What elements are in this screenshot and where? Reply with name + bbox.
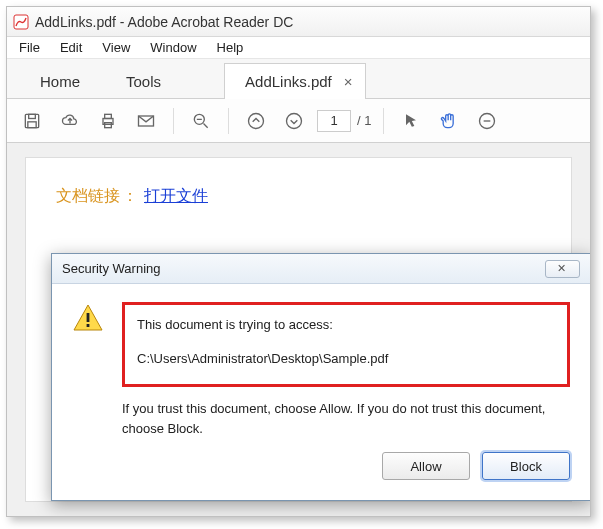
page-total: / 1 <box>357 113 371 128</box>
warning-icon <box>72 302 104 438</box>
dialog-close-button[interactable]: ✕ <box>545 260 580 278</box>
menu-view[interactable]: View <box>94 38 138 57</box>
svg-point-10 <box>287 113 302 128</box>
cloud-upload-icon[interactable] <box>55 106 85 136</box>
tab-home[interactable]: Home <box>17 62 103 99</box>
menu-window[interactable]: Window <box>142 38 204 57</box>
tab-close-icon[interactable]: × <box>344 73 353 90</box>
titlebar: AddLinks.pdf - Adobe Acrobat Reader DC <box>7 7 590 37</box>
block-button[interactable]: Block <box>482 452 570 480</box>
svg-rect-3 <box>28 121 36 127</box>
svg-rect-12 <box>87 313 90 322</box>
toolbar: / 1 <box>7 99 590 143</box>
dialog-titlebar: Security Warning ✕ <box>52 254 590 284</box>
app-icon <box>13 14 29 30</box>
access-message: This document is trying to access: <box>137 315 555 335</box>
save-icon[interactable] <box>17 106 47 136</box>
menu-help[interactable]: Help <box>209 38 252 57</box>
page-down-icon[interactable] <box>279 106 309 136</box>
dialog-title: Security Warning <box>62 261 161 276</box>
page-current-input[interactable] <box>317 110 351 132</box>
hand-icon[interactable] <box>434 106 464 136</box>
open-file-link[interactable]: 打开文件 <box>144 187 208 204</box>
tab-bar: Home Tools AddLinks.pdf × <box>7 59 590 99</box>
svg-rect-6 <box>105 122 112 127</box>
menu-file[interactable]: File <box>11 38 48 57</box>
zoom-icon[interactable] <box>186 106 216 136</box>
document-link-line: 文档链接：打开文件 <box>56 186 541 207</box>
page-indicator: / 1 <box>317 110 371 132</box>
target-path: C:\Users\Administrator\Desktop\Sample.pd… <box>137 349 555 369</box>
security-warning-dialog: Security Warning ✕ This document is tryi… <box>51 253 591 501</box>
tab-document-label: AddLinks.pdf <box>245 73 332 90</box>
svg-rect-13 <box>87 324 90 327</box>
tab-tools[interactable]: Tools <box>103 62 184 99</box>
svg-rect-5 <box>105 114 112 118</box>
close-icon: ✕ <box>557 262 568 275</box>
highlight-box: This document is trying to access: C:\Us… <box>122 302 570 387</box>
app-window: AddLinks.pdf - Adobe Acrobat Reader DC F… <box>6 6 591 517</box>
menubar: File Edit View Window Help <box>7 37 590 59</box>
pointer-icon[interactable] <box>396 106 426 136</box>
dialog-body: This document is trying to access: C:\Us… <box>52 284 590 452</box>
tab-document[interactable]: AddLinks.pdf × <box>224 63 366 99</box>
svg-point-9 <box>249 113 264 128</box>
window-title: AddLinks.pdf - Adobe Acrobat Reader DC <box>35 14 293 30</box>
zoom-out-icon[interactable] <box>472 106 502 136</box>
link-label: 文档链接 <box>56 187 120 204</box>
link-colon: ： <box>120 187 144 204</box>
email-icon[interactable] <box>131 106 161 136</box>
allow-button[interactable]: Allow <box>382 452 470 480</box>
trust-message: If you trust this document, choose Allow… <box>122 399 570 438</box>
dialog-message: This document is trying to access: C:\Us… <box>122 302 570 438</box>
dialog-buttons: Allow Block <box>52 452 590 500</box>
menu-edit[interactable]: Edit <box>52 38 90 57</box>
svg-rect-2 <box>29 114 36 118</box>
print-icon[interactable] <box>93 106 123 136</box>
page-up-icon[interactable] <box>241 106 271 136</box>
